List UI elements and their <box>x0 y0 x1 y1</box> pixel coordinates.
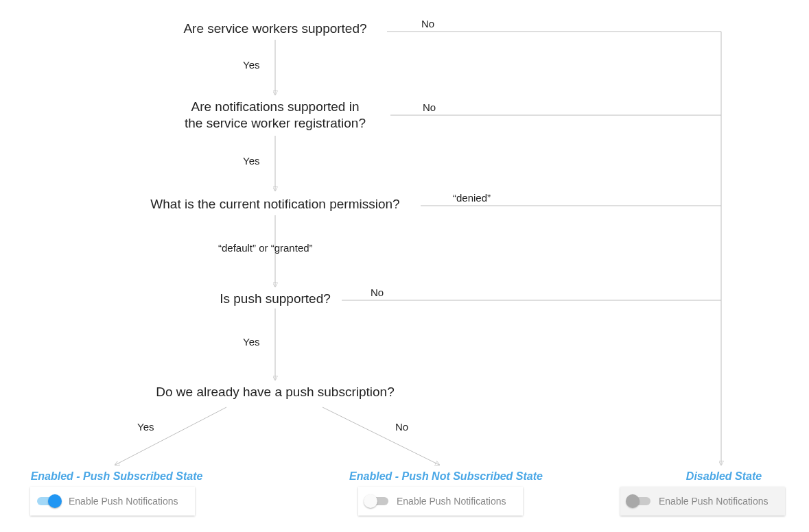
edge-q5-no: No <box>395 421 408 433</box>
toggle-card-disabled: Enable Push Notifications <box>620 487 785 516</box>
svg-line-9 <box>115 407 226 465</box>
state-title-disabled: Disabled State <box>650 470 797 483</box>
diagram-connectors <box>0 0 809 532</box>
edge-q1-no: No <box>421 18 434 29</box>
edge-q1-yes: Yes <box>243 59 259 71</box>
edge-q4-yes: Yes <box>243 336 259 348</box>
toggle-card-subscribed: Enable Push Notifications <box>30 487 195 516</box>
toggle-label-disabled: Enable Push Notifications <box>659 496 769 507</box>
edge-q3-pass: “default” or “granted” <box>218 242 313 254</box>
toggle-switch-on-icon[interactable] <box>37 495 60 507</box>
node-q4: Is push supported? <box>209 291 342 307</box>
state-title-not-subscribed: Enabled - Push Not Subscribed State <box>343 470 549 483</box>
edge-q5-yes: Yes <box>137 421 154 433</box>
node-q2: Are notifications supported in the servi… <box>163 99 387 132</box>
toggle-switch-off-icon[interactable] <box>365 495 388 507</box>
toggle-label-subscribed: Enable Push Notifications <box>69 496 178 507</box>
toggle-switch-disabled-icon <box>627 495 650 507</box>
svg-line-10 <box>323 407 439 465</box>
edge-q2-yes: Yes <box>243 155 259 167</box>
node-q5: Do we already have a push subscription? <box>140 384 410 400</box>
node-q3: What is the current notification permiss… <box>130 196 421 213</box>
edge-q4-no: No <box>371 287 384 298</box>
edge-q3-denied: “denied” <box>453 192 491 204</box>
edge-q2-no: No <box>423 101 436 113</box>
toggle-label-not-subscribed: Enable Push Notifications <box>397 496 506 507</box>
toggle-card-not-subscribed: Enable Push Notifications <box>358 487 523 516</box>
state-title-subscribed: Enabled - Push Subscribed State <box>21 470 213 483</box>
node-q1: Are service workers supported? <box>163 21 387 37</box>
